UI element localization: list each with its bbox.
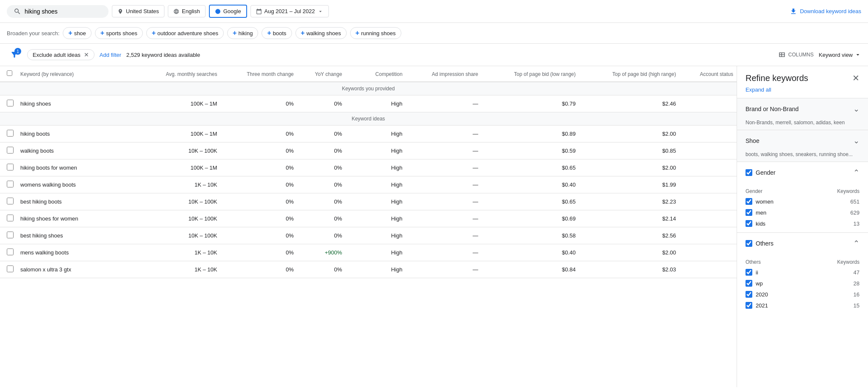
exclude-label: Exclude adult ideas (33, 52, 81, 58)
exclude-close-button[interactable]: ✕ (84, 51, 89, 58)
chevron-down-icon (317, 8, 323, 14)
gender-kids-label: kids (756, 221, 850, 227)
location-filter[interactable]: United States (112, 5, 164, 17)
account-status-cell (679, 227, 737, 244)
refine-section-shoe: Shoe ⌄ boots, walking shoes, sneakers, r… (737, 130, 868, 162)
competition-cell: High (345, 159, 406, 176)
expand-all-button[interactable]: Expand all (737, 87, 868, 98)
keyword-cell: best hiking boots (17, 193, 138, 210)
broaden-chip-walking-shoes[interactable]: + walking shoes (295, 27, 347, 39)
broaden-chip-hiking[interactable]: + hiking (227, 27, 258, 39)
chip-label-shoe: shoe (74, 30, 86, 36)
col-top-high[interactable]: Top of page bid (high range) (579, 66, 679, 82)
row-checkbox[interactable] (7, 130, 14, 137)
row-checkbox[interactable] (7, 164, 14, 170)
col-competition[interactable]: Competition (345, 66, 406, 82)
row-checkbox-cell[interactable] (0, 244, 17, 261)
broaden-chip-running-shoes[interactable]: + running shoes (350, 27, 401, 39)
chip-label-outdoor: outdoor adventure shoes (157, 30, 218, 36)
top-high-cell: $2.14 (579, 210, 679, 227)
col-top-low[interactable]: Top of page bid (low range) (481, 66, 579, 82)
section-provided-header: Keywords you provided (0, 82, 737, 95)
top-low-cell: $0.69 (481, 210, 579, 227)
row-checkbox-cell[interactable] (0, 176, 17, 193)
row-checkbox[interactable] (7, 249, 14, 255)
gender-women-checkbox[interactable] (746, 198, 752, 205)
avg-monthly-cell: 10K – 100K (138, 142, 220, 159)
avg-monthly-cell: 10K – 100K (138, 210, 220, 227)
col-account-status[interactable]: Account status (679, 66, 737, 82)
three-month-cell: 0% (220, 244, 297, 261)
filter-badge: 1 (14, 48, 21, 55)
search-box[interactable] (7, 5, 108, 18)
avg-monthly-cell: 100K – 1M (138, 126, 220, 142)
row-checkbox-cell[interactable] (0, 193, 17, 210)
others-2021-checkbox[interactable] (746, 302, 752, 309)
ad-impression-cell: — (406, 227, 482, 244)
row-checkbox-cell[interactable] (0, 261, 17, 278)
broaden-chip-sports-shoes[interactable]: + sports shoes (95, 27, 143, 39)
broaden-chip-boots[interactable]: + boots (262, 27, 292, 39)
row-checkbox[interactable] (7, 198, 14, 204)
yoy-cell: 0% (297, 126, 345, 142)
plus-icon: + (301, 29, 305, 37)
gender-men-checkbox[interactable] (746, 209, 752, 216)
yoy-cell: 0% (297, 176, 345, 193)
yoy-cell: 0% (297, 95, 345, 112)
chevron-up-icon: ⌃ (853, 239, 860, 248)
others-section-checkbox[interactable] (746, 240, 752, 247)
col-keyword[interactable]: Keyword (by relevance) (17, 66, 138, 82)
col-three-month[interactable]: Three month change (220, 66, 297, 82)
row-checkbox-cell[interactable] (0, 159, 17, 176)
row-checkbox[interactable] (7, 100, 14, 106)
row-checkbox-cell[interactable] (0, 210, 17, 227)
row-checkbox[interactable] (7, 215, 14, 221)
account-status-cell (679, 261, 737, 278)
row-checkbox[interactable] (7, 232, 14, 238)
broaden-chip-outdoor[interactable]: + outdoor adventure shoes (146, 27, 224, 39)
add-filter-button[interactable]: Add filter (100, 52, 121, 58)
row-checkbox[interactable] (7, 147, 14, 154)
download-link[interactable]: Download keyword ideas (790, 8, 861, 15)
select-all-checkbox[interactable] (7, 70, 12, 76)
avg-monthly-cell: 1K – 10K (138, 261, 220, 278)
refine-section-shoe-header[interactable]: Shoe ⌄ (737, 130, 868, 151)
others-wp-checkbox[interactable] (746, 280, 752, 287)
row-checkbox[interactable] (7, 265, 14, 272)
account-status-cell (679, 126, 737, 142)
keyword-view-button[interactable]: Keyword view (819, 51, 861, 58)
gender-table-header: Gender Keywords (746, 187, 860, 196)
competition-cell: High (345, 210, 406, 227)
keyword-cell: hiking shoes (17, 95, 138, 112)
date-filter[interactable]: Aug 2021 – Jul 2022 (250, 5, 329, 17)
gender-kids-checkbox[interactable] (746, 220, 752, 227)
col-ad-impression[interactable]: Ad impression share (406, 66, 482, 82)
date-range-label: Aug 2021 – Jul 2022 (264, 8, 315, 14)
others-2020-checkbox[interactable] (746, 291, 752, 298)
row-checkbox[interactable] (7, 181, 14, 187)
columns-button[interactable]: COLUMNS (778, 51, 814, 59)
filter-button[interactable]: 1 (7, 47, 22, 62)
others-ii-checkbox[interactable] (746, 269, 752, 276)
broaden-bar: Broaden your search: + shoe + sports sho… (0, 23, 868, 44)
row-checkbox-cell[interactable] (0, 95, 17, 112)
refine-section-gender-header[interactable]: Gender ⌃ (737, 162, 868, 183)
table-row: mens walking boots1K – 10K0%+900%High—$0… (0, 244, 737, 261)
network-label: Google (223, 8, 241, 14)
network-filter[interactable]: Google (209, 5, 247, 18)
col-avg-monthly[interactable]: Avg. monthly searches (138, 66, 220, 82)
table-row: best hiking boots10K – 100K0%0%High—$0.6… (0, 193, 737, 210)
col-checkbox[interactable] (0, 66, 17, 82)
broaden-chip-shoe[interactable]: + shoe (63, 27, 92, 39)
col-yoy[interactable]: YoY change (297, 66, 345, 82)
refine-section-others-header[interactable]: Others ⌃ (737, 233, 868, 254)
gender-section-checkbox[interactable] (746, 169, 752, 176)
row-checkbox-cell[interactable] (0, 142, 17, 159)
row-checkbox-cell[interactable] (0, 227, 17, 244)
exclude-chip[interactable]: Exclude adult ideas ✕ (27, 49, 95, 60)
refine-section-brand-header[interactable]: Brand or Non-Brand ⌄ (737, 98, 868, 120)
row-checkbox-cell[interactable] (0, 126, 17, 142)
search-input[interactable] (25, 8, 101, 15)
language-filter[interactable]: English (168, 5, 206, 17)
refine-close-button[interactable]: ✕ (852, 73, 860, 83)
